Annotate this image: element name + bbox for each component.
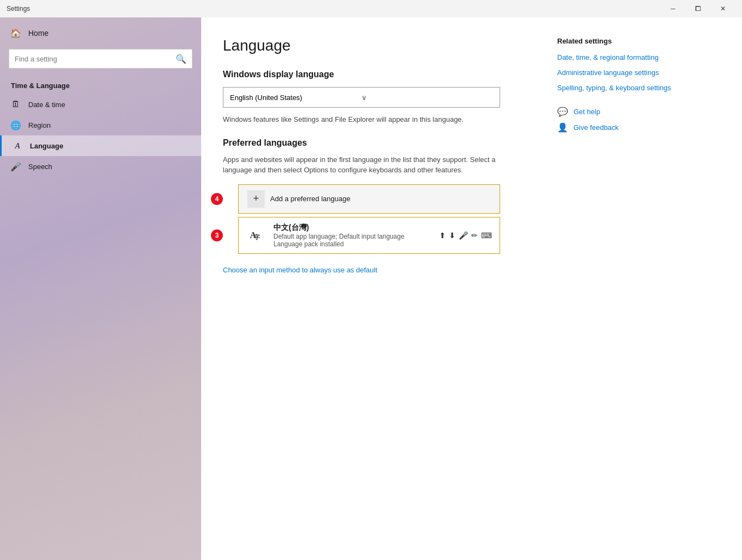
calendar-icon: 🗓 [11,99,21,109]
sidebar-item-date-time[interactable]: 🗓 Date & time [0,94,201,115]
language-action-icons: ⬆ ⬇ 🎤 ✏ ⌨ [439,231,492,240]
minimize-button[interactable]: ─ [660,0,685,17]
step-badge-4: 4 [211,193,223,205]
home-label: Home [28,29,48,38]
title-bar-text: Settings [7,5,660,13]
sidebar: 🏠 Home 🔍 Time & Language 🗓 Date & time 🌐… [0,17,201,560]
selected-language: English (United States) [230,94,361,102]
sidebar-date-time-label: Date & time [28,101,65,109]
content-area: Language Windows display language Englis… [223,37,535,540]
step-badge-3: 3 [211,229,223,241]
sidebar-speech-label: Speech [28,163,52,171]
choose-input-method-link[interactable]: Choose an input method to always use as … [223,266,377,274]
close-button[interactable]: ✕ [710,0,735,17]
move-up-icon[interactable]: ⬆ [439,231,446,240]
sidebar-language-label: Language [30,142,63,150]
language-dropdown[interactable]: English (United States) ∨ [223,87,500,108]
language-detail2: Language pack installed [273,240,432,248]
title-bar: Settings ─ ⧠ ✕ [0,0,742,17]
search-input[interactable] [15,55,176,63]
language-detail1: Default app language; Default input lang… [273,233,432,240]
windows-display-section-title: Windows display language [223,70,535,79]
get-help-link[interactable]: Get help [573,108,600,116]
windows-display-description: Windows features like Settings and File … [223,114,500,125]
feedback-icon: 👤 [557,122,568,133]
related-link-admin-language[interactable]: Administrative language settings [557,68,709,78]
sidebar-item-speech[interactable]: 🎤 Speech [0,156,201,177]
help-section: 💬 Get help 👤 Give feedback [557,107,709,133]
app-body: 🏠 Home 🔍 Time & Language 🗓 Date & time 🌐… [0,17,742,560]
sidebar-home[interactable]: 🏠 Home [0,22,201,45]
page-title: Language [223,37,535,54]
right-panel: Related settings Date, time, & regional … [535,37,709,540]
language-name: 中文(台灣) [273,223,432,233]
feedback-item[interactable]: 👤 Give feedback [557,122,709,133]
microphone-icon: 🎤 [11,161,21,171]
main-content: Language Windows display language Englis… [201,17,742,560]
sidebar-section-label: Time & Language [0,77,201,94]
sidebar-search: 🔍 [9,49,192,69]
options-icon[interactable]: ✏ [471,231,478,240]
chinese-language-icon: A字 [246,226,266,245]
home-icon: 🏠 [11,28,21,38]
search-icon: 🔍 [176,54,186,64]
language-item-chinese[interactable]: A字 中文(台灣) Default app language; Default … [238,217,500,254]
sidebar-region-label: Region [28,121,51,129]
globe-icon: 🌐 [11,120,21,130]
keyboard-icon[interactable]: ⌨ [481,231,492,240]
dropdown-arrow-icon: ∨ [361,94,493,102]
move-down-icon[interactable]: ⬇ [449,231,456,240]
related-link-date-time[interactable]: Date, time, & regional formatting [557,53,709,63]
maximize-button[interactable]: ⧠ [685,0,710,17]
preferred-languages-desc: Apps and websites will appear in the fir… [223,154,500,176]
language-info: 中文(台灣) Default app language; Default inp… [273,223,432,248]
add-icon: + [247,190,265,208]
title-bar-controls: ─ ⧠ ✕ [660,0,735,17]
give-feedback-link[interactable]: Give feedback [573,123,619,132]
get-help-item[interactable]: 💬 Get help [557,107,709,117]
add-language-label: Add a preferred language [270,195,350,203]
related-link-spelling[interactable]: Spelling, typing, & keyboard settings [557,83,709,93]
preferred-languages-title: Preferred languages [223,138,535,148]
microphone-small-icon[interactable]: 🎤 [459,231,468,240]
add-language-button[interactable]: + Add a preferred language [238,184,500,214]
sidebar-item-region[interactable]: 🌐 Region [0,115,201,135]
sidebar-item-language[interactable]: A Language [0,135,201,156]
language-icon: A [13,141,22,151]
related-settings-title: Related settings [557,37,709,45]
help-icon: 💬 [557,107,568,117]
